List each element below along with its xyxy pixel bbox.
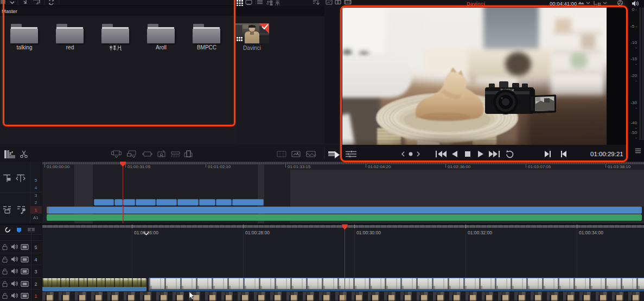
svg-text:z: z bbox=[11, 150, 13, 153]
